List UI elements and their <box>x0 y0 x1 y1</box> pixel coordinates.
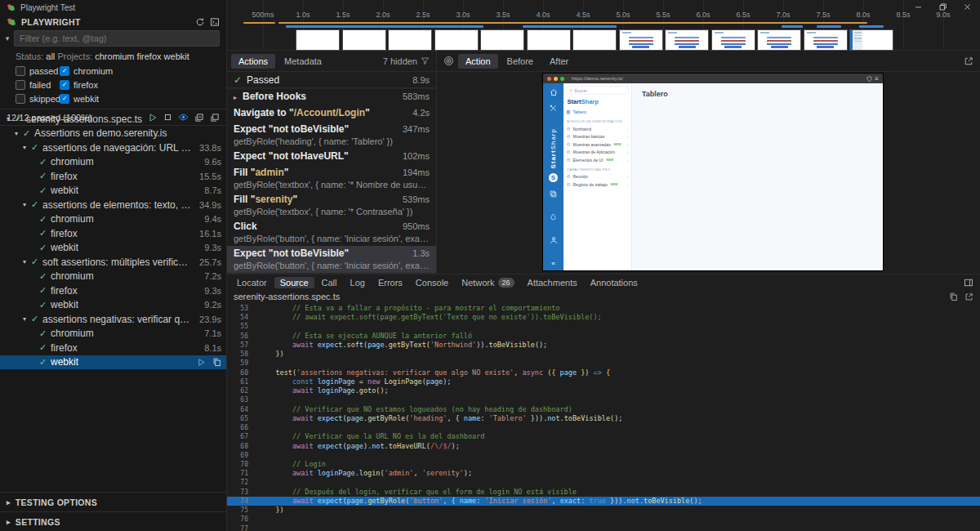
tab-errors[interactable]: Errors <box>372 277 408 288</box>
tree-item[interactable]: ✓chromium7.2s <box>0 270 226 284</box>
chevron-down-icon[interactable]: ▾ <box>20 144 29 151</box>
chevron-down-icon[interactable]: ▾ <box>20 315 29 323</box>
source-code-viewer[interactable]: 53 // Esta va a fallar a propósito - par… <box>227 303 980 531</box>
nav-item[interactable]: Northwind› <box>567 125 629 133</box>
tab-call[interactable]: Call <box>316 277 343 288</box>
testing-options-section[interactable]: ▸ TESTING OPTIONS <box>0 492 226 511</box>
test-result-row[interactable]: ✓ Passed 8.9s <box>227 72 436 88</box>
tab-metadata[interactable]: Metadata <box>277 54 329 69</box>
tree-item[interactable]: ▾✓Assertions en demo.serenity.is <box>0 127 226 141</box>
action-item[interactable]: Click950msgetByRole('button', { name: 'I… <box>227 219 436 246</box>
refresh-icon[interactable] <box>195 17 205 27</box>
status-filter-skipped[interactable]: skipped <box>16 94 60 104</box>
tab-source[interactable]: Source <box>274 277 314 288</box>
tree-item[interactable]: ▾✓assertions de navegación: URL y título… <box>0 141 226 155</box>
tree-item[interactable]: ✓chromium7.1s <box>0 327 226 341</box>
open-source-external-icon[interactable] <box>964 292 973 301</box>
filter-input[interactable] <box>14 30 220 47</box>
action-item[interactable]: Navigate to "/Account/Login"4.2s <box>227 105 436 122</box>
timeline-screenshot-thumbnail[interactable] <box>342 29 386 51</box>
nav-item[interactable]: Elementos de UINEW› <box>567 156 629 164</box>
nav-item[interactable]: Muestras de Aplicación› <box>567 149 629 157</box>
playwright-section-header[interactable]: PLAYWRIGHT <box>0 14 226 29</box>
open-source-button[interactable] <box>212 358 221 367</box>
run-test-button[interactable] <box>197 358 206 367</box>
tree-item[interactable]: ✓firefox16.1s <box>0 226 226 241</box>
hidden-actions-note[interactable]: 7 hidden <box>383 56 436 66</box>
tree-item[interactable]: ✓webkit8.7s <box>0 184 226 199</box>
checkbox-failed[interactable] <box>16 80 25 90</box>
timeline-screenshot-thumbnail[interactable] <box>388 29 432 51</box>
checkbox-chromium[interactable] <box>60 66 69 76</box>
tree-item[interactable]: ▾✓assertions de elementos: texto, visibi… <box>0 198 226 212</box>
action-item[interactable]: Expect "not toBeVisible"1.3sgetByRole('b… <box>227 246 436 273</box>
windows-icon[interactable] <box>550 190 557 198</box>
project-filter-firefox[interactable]: firefox <box>60 80 226 90</box>
tools-icon[interactable] <box>550 105 557 112</box>
checkbox-firefox[interactable] <box>60 80 69 90</box>
timeline[interactable]: 500ms1.0s1.5s2.0s2.5s3.0s3.5s4.0s4.5s5.0… <box>227 0 980 51</box>
nav-item[interactable]: Muestras básicas› <box>567 133 629 141</box>
site-search-input[interactable]: Buscar <box>567 87 629 95</box>
minimize-button[interactable] <box>914 2 923 11</box>
chevron-down-icon[interactable]: ▾ <box>20 258 29 266</box>
project-filter-webkit[interactable]: webkit <box>60 94 226 104</box>
action-item[interactable]: ▸Before Hooks583ms <box>227 88 436 105</box>
chevron-down-icon[interactable]: ▾ <box>3 34 11 42</box>
tree-item[interactable]: ✓firefox15.5s <box>0 169 226 184</box>
timeline-screenshot-thumbnail[interactable] <box>527 29 571 51</box>
tree-item[interactable]: ▾✓assertions negativas: verificar que al… <box>0 312 226 327</box>
close-button[interactable] <box>963 2 972 11</box>
tree-item[interactable]: ✓chromium9.6s <box>0 155 226 170</box>
chevron-down-icon[interactable]: ▾ <box>11 130 21 137</box>
timeline-screenshot-thumbnail[interactable] <box>711 29 755 51</box>
timeline-screenshot-thumbnail[interactable] <box>480 29 524 51</box>
terminal-icon[interactable] <box>210 17 220 27</box>
nav-item[interactable]: Reunión› <box>567 173 629 181</box>
checkbox-skipped[interactable] <box>16 94 25 104</box>
tab-snapshot-after[interactable]: After <box>542 54 576 69</box>
tree-item[interactable]: ▾✓serenity-assertions.spec.ts <box>0 112 226 127</box>
collapse-sidebar-icon[interactable]: « <box>551 260 555 267</box>
nav-item[interactable]: Registro de trabajoNEW› <box>567 181 629 189</box>
checkbox-passed[interactable] <box>16 66 25 76</box>
action-item[interactable]: Expect "not toHaveURL"102ms <box>227 149 436 165</box>
timeline-screenshot-thumbnail[interactable] <box>434 29 479 51</box>
project-filter-chromium[interactable]: chromium <box>60 66 226 76</box>
tab-annotations[interactable]: Annotations <box>585 277 644 288</box>
tree-item[interactable]: ✓webkit9.3s <box>0 241 226 256</box>
timeline-screenshot-thumbnail[interactable] <box>296 29 340 51</box>
tab-console[interactable]: Console <box>410 277 454 288</box>
layout-columns-icon[interactable] <box>964 278 980 288</box>
tab-snapshot-before[interactable]: Before <box>500 54 541 69</box>
timeline-screenshot-thumbnail[interactable] <box>619 29 663 51</box>
timeline-screenshot-thumbnail[interactable] <box>572 29 617 51</box>
tree-item[interactable]: ▾✓soft assertions: múltiples verificacio… <box>0 255 226 270</box>
chevron-down-icon[interactable]: ▾ <box>20 201 29 208</box>
tree-item[interactable]: ✓chromium9.4s <box>0 212 226 227</box>
restore-button[interactable] <box>938 2 947 11</box>
tree-item[interactable]: ✓firefox9.3s <box>0 283 226 298</box>
status-filter-passed[interactable]: passed <box>16 66 60 76</box>
pick-locator-target-icon[interactable] <box>443 56 454 66</box>
action-item[interactable]: Expect "not toBeVisible"347msgetByRole('… <box>227 122 436 149</box>
nav-item-tablero[interactable]: Tablero <box>567 109 629 117</box>
tree-item[interactable]: ✓webkit9.2s <box>0 298 226 313</box>
checkbox-webkit[interactable] <box>60 94 69 104</box>
copy-icon[interactable] <box>949 292 958 301</box>
tree-item[interactable]: ✓firefox8.1s <box>0 341 226 355</box>
timeline-screenshot-thumbnail[interactable] <box>849 29 893 51</box>
tab-locator[interactable]: Locator <box>231 277 273 288</box>
user-icon[interactable] <box>550 236 558 244</box>
tab-actions[interactable]: Actions <box>231 54 275 69</box>
status-filter-failed[interactable]: failed <box>16 80 60 90</box>
timeline-screenshot-thumbnail[interactable] <box>757 29 801 51</box>
home-icon[interactable] <box>550 88 558 96</box>
tab-snapshot-action[interactable]: Action <box>458 54 498 69</box>
action-item[interactable]: Fill "admin"194msgetByRole('textbox', { … <box>227 165 436 192</box>
theme-paint-icon[interactable] <box>550 213 557 221</box>
chevron-right-icon[interactable]: ▸ <box>234 94 243 101</box>
timeline-screenshot-thumbnail[interactable] <box>804 29 848 51</box>
open-external-icon[interactable] <box>964 56 980 66</box>
action-item[interactable]: Fill "serenity"539msgetByRole('textbox',… <box>227 192 436 219</box>
